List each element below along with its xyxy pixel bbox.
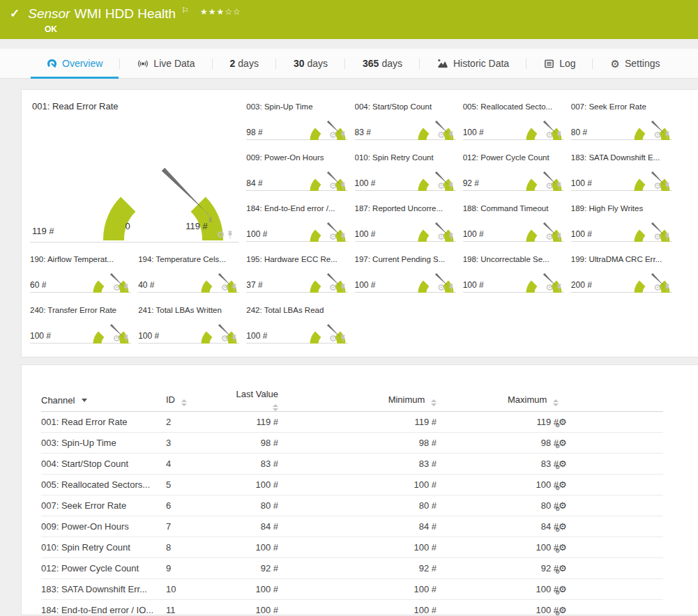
gear-icon[interactable]: ⚙ (437, 283, 446, 292)
channel-settings-icon[interactable]: ⚙⚙ (559, 417, 567, 427)
tab-365-days[interactable]: 365 days (345, 49, 420, 78)
pin-icon[interactable] (556, 182, 563, 190)
channel-gauge-cell[interactable]: 241: Total LBAs Written 100 # ⚙ (138, 302, 239, 344)
gear-icon[interactable]: ⚙ (113, 334, 121, 343)
star-empty-icon[interactable]: ☆ (233, 7, 241, 17)
pin-icon[interactable] (123, 334, 130, 343)
tab-live-data[interactable]: Live Data (120, 49, 212, 78)
pin-icon[interactable] (123, 284, 130, 292)
column-header-minimum[interactable]: Minimum (278, 389, 437, 412)
channel-row[interactable]: 184: End-to-End error / IO... 11 100 # 1… (41, 600, 663, 616)
channel-gauge-cell[interactable]: 188: Command Timeout 100 # ⚙ (463, 200, 564, 242)
pin-icon[interactable] (227, 231, 234, 239)
gear-icon[interactable]: ⚙ (329, 130, 337, 139)
channel-settings-icon[interactable]: ⚙⚙ (559, 542, 567, 553)
pin-icon[interactable] (664, 182, 671, 190)
gear-icon[interactable]: ⚙ (653, 130, 662, 139)
pin-icon[interactable] (664, 131, 671, 139)
channel-gauge-cell[interactable]: 190: Airflow Temperat... 60 # ⚙ (30, 251, 131, 293)
channel-settings-icon[interactable]: ⚙⚙ (559, 500, 567, 511)
channel-settings-icon[interactable]: ⚙⚙ (559, 584, 567, 594)
star-filled-icon[interactable]: ★ (216, 7, 225, 17)
channel-name[interactable]: 012: Power Cycle Count (41, 558, 166, 579)
tab-overview[interactable]: Overview (29, 49, 120, 78)
gear-icon[interactable]: ⚙ (221, 283, 229, 292)
channel-gauge-cell[interactable]: 189: High Fly Writes 100 # ⚙ (571, 200, 672, 242)
column-header-id[interactable]: ID (166, 389, 235, 412)
gear-icon[interactable]: ⚙ (437, 232, 446, 241)
star-filled-icon[interactable]: ★ (200, 7, 208, 17)
tab-log[interactable]: Log (526, 49, 593, 78)
channel-row[interactable]: 012: Power Cycle Count 9 92 # 92 # 92 # … (41, 558, 663, 579)
channel-gauge-cell[interactable]: 012: Power Cycle Count 92 # ⚙ (463, 149, 564, 191)
channel-name[interactable]: 003: Spin-Up Time (41, 433, 166, 454)
tab-historic-data[interactable]: Historic Data (420, 49, 526, 78)
pin-icon[interactable] (231, 334, 238, 343)
channel-settings-icon[interactable]: ⚙⚙ (559, 563, 567, 573)
gear-icon[interactable]: ⚙ (545, 181, 554, 190)
channel-settings-icon[interactable]: ⚙⚙ (559, 479, 567, 490)
channel-name[interactable]: 010: Spin Retry Count (41, 537, 166, 558)
pin-icon[interactable] (556, 284, 563, 292)
gear-icon[interactable]: ⚙ (329, 283, 337, 292)
channel-settings-icon[interactable]: ⚙⚙ (559, 438, 567, 448)
channel-name[interactable]: 001: Read Error Rate (41, 412, 166, 433)
channel-row[interactable]: 010: Spin Retry Count 8 100 # 100 # 100 … (41, 537, 663, 558)
pin-icon[interactable] (448, 182, 455, 190)
column-header-last-value[interactable]: Last Value (235, 389, 278, 412)
channel-row[interactable]: 005: Reallocated Sectors... 5 100 # 100 … (41, 475, 663, 495)
channel-gauge-cell[interactable]: 009: Power-On Hours 84 # ⚙ (246, 149, 347, 191)
channel-row[interactable]: 003: Spin-Up Time 3 98 # 98 # 98 # ⚙⚙ (41, 433, 663, 454)
pin-icon[interactable] (556, 233, 563, 241)
gear-icon[interactable]: ⚙ (329, 334, 337, 343)
channel-gauge-cell[interactable]: 007: Seek Error Rate 80 # ⚙ (571, 98, 672, 140)
channel-gauge-cell[interactable]: 195: Hardware ECC Re... 37 # ⚙ (246, 251, 347, 293)
channel-gauge-cell[interactable]: 242: Total LBAs Read 100 # ⚙ (246, 302, 347, 344)
channel-settings-icon[interactable]: ⚙⚙ (559, 605, 567, 615)
gear-icon[interactable]: ⚙ (545, 130, 554, 139)
channel-settings-icon[interactable]: ⚙⚙ (559, 521, 567, 532)
flag-icon[interactable]: ⚐ (181, 6, 189, 15)
gear-icon[interactable]: ⚙ (437, 130, 446, 139)
pin-icon[interactable] (340, 334, 347, 343)
channel-row[interactable]: 004: Start/Stop Count 4 83 # 83 # 83 # ⚙… (41, 454, 663, 475)
star-empty-icon[interactable]: ☆ (225, 7, 233, 17)
pin-icon[interactable] (340, 233, 347, 241)
pin-icon[interactable] (340, 131, 347, 139)
pin-icon[interactable] (448, 284, 455, 292)
pin-icon[interactable] (556, 131, 563, 139)
star-filled-icon[interactable]: ★ (208, 7, 217, 17)
channel-gauge-cell[interactable]: 183: SATA Downshift E... 100 # ⚙ (571, 149, 672, 191)
pin-icon[interactable] (340, 182, 347, 190)
primary-gauge-cell[interactable]: 001: Read Error Rate x̄ 0 119 # 119 # ⚙ (30, 98, 239, 242)
gear-icon[interactable]: ⚙ (653, 181, 662, 190)
pin-icon[interactable] (448, 131, 455, 139)
column-header-maximum[interactable]: Maximum (437, 389, 559, 412)
channel-name[interactable]: 183: SATA Downshift Err... (41, 579, 166, 600)
channel-name[interactable]: 004: Start/Stop Count (41, 454, 166, 475)
gear-icon[interactable]: ⚙ (221, 334, 229, 343)
column-header-channel[interactable]: Channel (41, 389, 166, 412)
channel-gauge-cell[interactable]: 194: Temperature Cels... 40 # ⚙ (138, 251, 239, 293)
gear-icon[interactable]: ⚙ (437, 181, 446, 190)
tab-settings[interactable]: ⚙ Settings (593, 49, 677, 78)
channel-gauge-cell[interactable]: 197: Current Pending S... 100 # ⚙ (355, 251, 456, 293)
channel-gauge-cell[interactable]: 199: UltraDMA CRC Err... 200 # ⚙ (571, 251, 672, 293)
pin-icon[interactable] (664, 233, 671, 241)
gear-icon[interactable]: ⚙ (545, 283, 554, 292)
pin-icon[interactable] (340, 284, 347, 292)
gear-icon[interactable]: ⚙ (545, 232, 554, 241)
channel-gauge-cell[interactable]: 187: Reported Uncorre... 100 # ⚙ (355, 200, 456, 242)
gear-icon[interactable]: ⚙ (653, 283, 662, 292)
channel-row[interactable]: 183: SATA Downshift Err... 10 100 # 100 … (41, 579, 663, 600)
channel-gauge-cell[interactable]: 010: Spin Retry Count 100 # ⚙ (355, 149, 456, 191)
channel-name[interactable]: 007: Seek Error Rate (41, 495, 166, 516)
channel-row[interactable]: 007: Seek Error Rate 6 80 # 80 # 80 # ⚙⚙ (41, 495, 663, 516)
pin-icon[interactable] (664, 284, 671, 292)
channel-name[interactable]: 009: Power-On Hours (41, 516, 166, 537)
channel-gauge-cell[interactable]: 198: Uncorrectable Se... 100 # ⚙ (463, 251, 564, 293)
channel-gauge-cell[interactable]: 005: Reallocated Secto... 100 # ⚙ (463, 98, 564, 140)
channel-row[interactable]: 001: Read Error Rate 2 119 # 119 # 119 #… (41, 412, 663, 433)
gear-icon[interactable]: ⚙ (329, 181, 337, 190)
channel-gauge-cell[interactable]: 003: Spin-Up Time 98 # ⚙ (246, 98, 347, 140)
